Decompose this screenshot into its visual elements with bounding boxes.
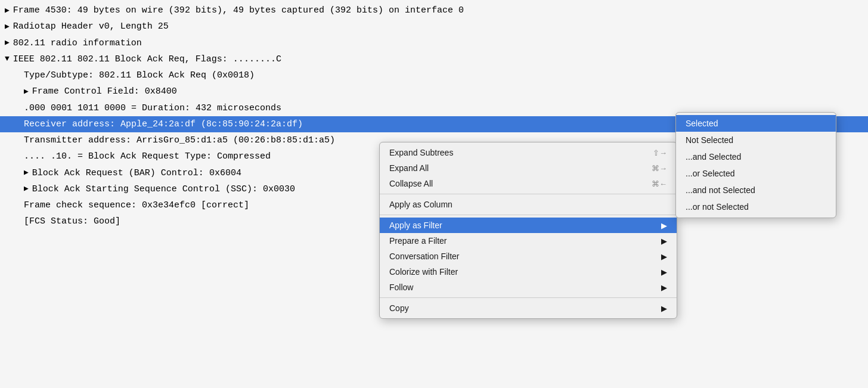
context-menu-item-apply-as-column[interactable]: Apply as Column — [380, 197, 677, 212]
context-menu-right-follow: ▶ — [661, 283, 667, 292]
separator3 — [380, 297, 677, 298]
row-80211radio-text: 802.11 radio information — [13, 36, 142, 50]
row-frame-arrow[interactable]: ▶ — [5, 5, 10, 17]
submenu-label-not-selected: Not Selected — [686, 135, 733, 145]
context-menu-right-expand-subtrees: ⇧→ — [653, 148, 667, 157]
row-fcs-text: Frame check sequence: 0x3e34efc0 [correc… — [24, 198, 249, 212]
row-blockacktype-text: .... .10. = Block Ack Request Type: Comp… — [24, 150, 271, 163]
context-menu-item-follow[interactable]: Follow▶ — [380, 280, 677, 295]
row-ieee80211-text: IEEE 802.11 802.11 Block Ack Req, Flags:… — [13, 52, 281, 66]
context-menu-right-collapse-all: ⌘← — [652, 179, 667, 188]
row-frame-text: Frame 4530: 49 bytes on wire (392 bits),… — [13, 4, 464, 17]
context-menu-label-copy: Copy — [389, 303, 409, 313]
context-menu-label-apply-as-filter: Apply as Filter — [389, 221, 442, 230]
row-duration-text: .000 0001 1011 0000 = Duration: 432 micr… — [24, 101, 281, 115]
context-menu-item-apply-as-filter[interactable]: Apply as Filter▶ — [380, 218, 677, 233]
submenu-item-selected[interactable]: Selected — [676, 115, 836, 132]
row-typesubtype[interactable]: Type/Subtype: 802.11 Block Ack Req (0x00… — [0, 67, 868, 83]
submenu-item-and-not-selected[interactable]: ...and not Selected — [676, 182, 836, 198]
context-menu-label-apply-as-column: Apply as Column — [389, 200, 452, 209]
submenu-label-or-selected: ...or Selected — [686, 169, 735, 178]
context-menu-item-copy[interactable]: Copy▶ — [380, 300, 677, 316]
row-80211radio-arrow[interactable]: ▶ — [5, 37, 10, 49]
context-menu-right-colorize-with-filter: ▶ — [661, 268, 667, 277]
context-menu: Expand Subtrees⇧→Expand All⌘→Collapse Al… — [379, 142, 677, 319]
context-menu-item-colorize-with-filter[interactable]: Colorize with Filter▶ — [380, 264, 677, 280]
context-menu-item-expand-subtrees[interactable]: Expand Subtrees⇧→ — [380, 145, 677, 160]
context-menu-right-apply-as-filter: ▶ — [661, 221, 667, 230]
submenu-item-or-selected[interactable]: ...or Selected — [676, 165, 836, 182]
row-framecontrol-text: Frame Control Field: 0x8400 — [32, 85, 177, 98]
context-menu-item-collapse-all[interactable]: Collapse All⌘← — [380, 176, 677, 191]
row-radiotap-arrow[interactable]: ▶ — [5, 21, 10, 33]
submenu-label-or-not-selected: ...or not Selected — [686, 202, 749, 212]
submenu-label-selected: Selected — [686, 119, 718, 128]
context-menu-label-expand-subtrees: Expand Subtrees — [389, 148, 453, 157]
context-menu-item-expand-all[interactable]: Expand All⌘→ — [380, 160, 677, 176]
context-menu-label-expand-all: Expand All — [389, 163, 429, 173]
context-menu-label-prepare-a-filter: Prepare a Filter — [389, 236, 447, 246]
packet-panel: ▶ Frame 4530: 49 bytes on wire (392 bits… — [0, 0, 868, 388]
row-radiotap[interactable]: ▶ Radiotap Header v0, Length 25 — [0, 18, 868, 35]
submenu-item-not-selected[interactable]: Not Selected — [676, 132, 836, 148]
row-ssc-text: Block Ack Starting Sequence Control (SSC… — [32, 182, 295, 196]
row-ieee80211-arrow[interactable]: ▼ — [5, 53, 10, 65]
row-radiotap-text: Radiotap Header v0, Length 25 — [13, 20, 169, 33]
context-menu-item-prepare-a-filter[interactable]: Prepare a Filter▶ — [380, 233, 677, 249]
context-menu-label-collapse-all: Collapse All — [389, 179, 433, 188]
context-menu-label-conversation-filter: Conversation Filter — [389, 252, 460, 261]
context-menu-label-colorize-with-filter: Colorize with Filter — [389, 267, 458, 277]
context-menu-right-prepare-a-filter: ▶ — [661, 237, 667, 246]
separator1 — [380, 194, 677, 194]
context-menu-right-expand-all: ⌘→ — [652, 164, 667, 173]
context-menu-right-copy: ▶ — [661, 304, 667, 313]
submenu-item-and-selected[interactable]: ...and Selected — [676, 148, 836, 165]
submenu-label-and-not-selected: ...and not Selected — [686, 185, 755, 195]
context-menu-label-follow: Follow — [389, 283, 413, 292]
context-menu-right-conversation-filter: ▶ — [661, 252, 667, 261]
row-fcsstatus-text: [FCS Status: Good] — [24, 215, 120, 228]
row-framecontrol-arrow[interactable]: ▶ — [24, 86, 29, 98]
submenu-label-and-selected: ...and Selected — [686, 152, 741, 162]
row-bar-text: Block Ack Request (BAR) Control: 0x6004 — [32, 166, 241, 180]
row-bar-arrow[interactable]: ▶ — [24, 167, 29, 179]
row-ssc-arrow[interactable]: ▶ — [24, 183, 29, 195]
row-frame[interactable]: ▶ Frame 4530: 49 bytes on wire (392 bits… — [0, 2, 868, 18]
submenu-item-or-not-selected[interactable]: ...or not Selected — [676, 198, 836, 215]
context-menu-item-conversation-filter[interactable]: Conversation Filter▶ — [380, 249, 677, 264]
row-receiver-text: Receiver address: Apple_24:2a:df (8c:85:… — [24, 117, 303, 131]
row-ieee80211[interactable]: ▼ IEEE 802.11 802.11 Block Ack Req, Flag… — [0, 51, 868, 67]
row-80211radio[interactable]: ▶ 802.11 radio information — [0, 35, 868, 51]
row-typesubtype-text: Type/Subtype: 802.11 Block Ack Req (0x00… — [24, 69, 255, 82]
row-transmitter-text: Transmitter address: ArrisGro_85:d1:a5 (… — [24, 134, 335, 147]
submenu-apply-as-filter: SelectedNot Selected...and Selected...or… — [675, 112, 836, 218]
row-framecontrol[interactable]: ▶ Frame Control Field: 0x8400 — [0, 83, 868, 100]
separator2 — [380, 215, 677, 215]
